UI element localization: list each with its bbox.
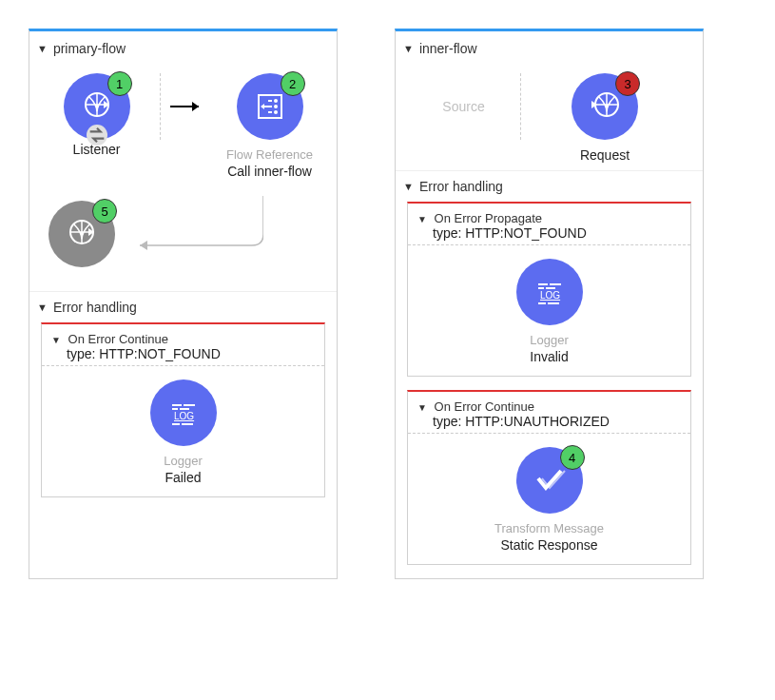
listener-component[interactable]: 1 Listener [41,73,152,157]
separator [160,73,161,140]
error-type-label: type: HTTP:UNAUTHORIZED [417,414,681,429]
on-error-continue-box[interactable]: ▼ On Error Continue type: HTTP:UNAUTHORI… [407,390,691,565]
step-badge-5: 5 [92,199,117,224]
on-error-continue-box[interactable]: ▼ On Error Continue type: HTTP:NOT_FOUND… [41,322,325,497]
logger-label: Invalid [530,349,568,364]
inner-flow-panel: ▼ inner-flow Source 3 Request ▼ Error ha… [395,29,704,579]
collapse-icon: ▼ [37,43,48,54]
collapse-icon: ▼ [417,402,427,413]
step-badge-2: 2 [281,71,305,96]
primary-error-handling-header[interactable]: ▼ Error handling [29,291,337,322]
http-listener-icon: 1 [64,73,130,140]
collapse-icon: ▼ [403,43,414,54]
flowref-label-gray: Flow Reference [226,147,313,162]
step-badge-3: 3 [615,71,640,96]
transform-message-icon: 4 [516,447,583,514]
collapse-icon: ▼ [403,181,414,192]
exchange-icon [87,125,107,146]
flow-reference-icon: 2 [237,73,303,140]
logger-label-gray: Logger [164,454,202,468]
request-label: Request [580,147,630,163]
primary-flow-panel: ▼ primary-flow 1 Listener 2 F [29,29,338,579]
logger-icon: LOG [516,259,583,325]
inner-flow-header[interactable]: ▼ inner-flow [396,31,703,66]
collapse-icon: ▼ [417,214,427,224]
error-handling-title: Error handling [419,179,503,194]
step-badge-4: 4 [560,445,585,470]
roundtrip-icon: 5 [48,201,115,267]
http-request-icon: 3 [572,73,638,140]
transform-label-gray: Transform Message [494,521,604,535]
on-error-continue-title: On Error Continue [435,399,535,414]
inner-error-handling-header[interactable]: ▼ Error handling [396,170,703,202]
on-error-propagate-title: On Error Propagate [435,211,542,225]
roundtrip-component[interactable]: 5 [48,201,115,267]
on-error-continue-title: On Error Continue [68,332,169,346]
request-component[interactable]: 3 Request [548,73,662,163]
source-placeholder: Source [407,73,521,140]
primary-flow-header[interactable]: ▼ primary-flow [29,31,337,66]
return-arrow-icon [121,196,263,272]
flow-reference-component[interactable]: 2 Flow Reference Call inner-flow [214,73,325,179]
flowref-label: Call inner-flow [227,164,312,179]
svg-point-5 [274,110,278,114]
primary-flow-title: primary-flow [53,41,126,56]
svg-point-3 [274,99,278,103]
transform-label: Static Response [501,537,598,553]
arrow-icon [168,73,206,140]
svg-point-4 [274,105,278,108]
collapse-icon: ▼ [37,301,48,313]
logger-label: Failed [165,470,201,485]
collapse-icon: ▼ [51,335,61,345]
logger-label-gray: Logger [530,333,568,347]
error-type-label: type: HTTP:NOT_FOUND [417,225,681,241]
on-error-propagate-box[interactable]: ▼ On Error Propagate type: HTTP:NOT_FOUN… [407,202,691,377]
error-handling-title: Error handling [53,300,137,315]
svg-text:LOG: LOG [540,290,560,301]
logger-icon: LOG [150,379,217,446]
error-type-label: type: HTTP:NOT_FOUND [51,346,315,361]
inner-flow-title: inner-flow [419,41,477,56]
step-badge-1: 1 [107,71,132,96]
svg-text:LOG: LOG [174,411,194,421]
